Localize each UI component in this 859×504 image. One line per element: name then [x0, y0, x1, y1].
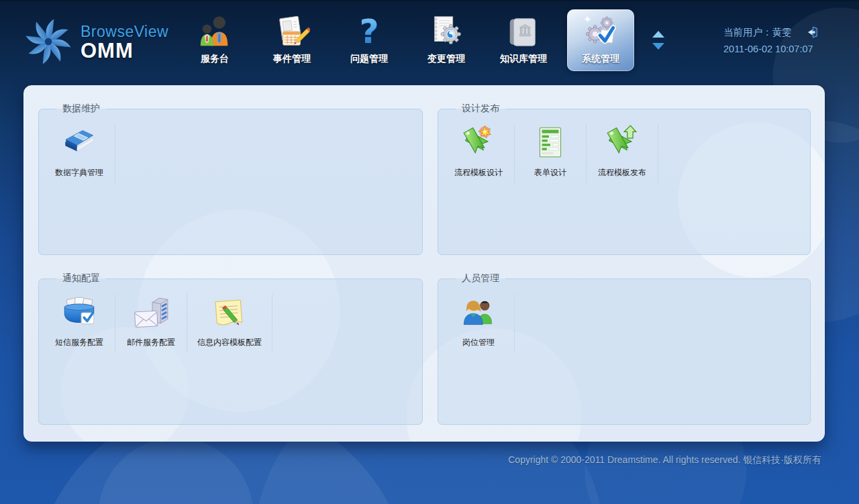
shortcut-process-template-design[interactable]: 流程模板设计: [448, 123, 509, 179]
panel-title: 人员管理: [456, 272, 505, 285]
process-template-design-icon: [459, 123, 498, 162]
problem-management-icon: ? ?: [350, 13, 388, 51]
shortcut-label: 信息内容模板配置: [197, 337, 262, 348]
application-window: BrowseView OMM 服务台: [0, 0, 859, 504]
email-service-icon: [132, 293, 170, 332]
user-info: 当前用户：黄雯 2011-06-02 10:07:07: [723, 25, 819, 54]
app-logo: BrowseView OMM: [20, 13, 168, 70]
knowledge-base-icon: [505, 13, 542, 51]
panel-design-publish: 设计发布: [438, 103, 811, 255]
shortcut-data-dictionary[interactable]: 数据字典管理: [48, 123, 110, 179]
item-divider: [187, 294, 187, 353]
logout-icon[interactable]: [804, 25, 819, 40]
item-divider: [115, 294, 115, 353]
nav-scroller: [652, 31, 664, 50]
process-template-publish-icon: [603, 123, 642, 162]
item-divider: [514, 294, 515, 353]
system-management-icon: [582, 13, 619, 51]
pinwheel-logo-icon: [20, 13, 77, 70]
nav-item-incident-management[interactable]: 事件管理: [258, 9, 325, 71]
panel-data-maintenance: 数据维护 数据字典管理: [38, 103, 423, 255]
shortcut-position-management[interactable]: 岗位管理: [448, 293, 509, 348]
change-management-icon: [427, 13, 465, 51]
nav-item-knowledge-base[interactable]: 知识库管理: [490, 9, 557, 71]
nav-label: 服务台: [201, 53, 229, 65]
nav-scroll-up-icon[interactable]: [652, 31, 664, 38]
shortcut-label: 邮件服务配置: [127, 337, 175, 348]
main-nav: 服务台: [181, 9, 634, 71]
brand-product: OMM: [81, 41, 168, 61]
message-template-icon: [210, 293, 249, 332]
position-management-icon: [459, 293, 498, 332]
item-divider: [272, 294, 272, 353]
nav-item-change-management[interactable]: 变更管理: [413, 9, 480, 71]
shortcut-form-design[interactable]: 表单设计: [519, 123, 581, 179]
svg-text:?: ?: [359, 14, 378, 50]
item-divider: [658, 124, 658, 183]
panel-personnel-management: 人员管理 岗位管理: [438, 272, 811, 425]
shortcut-label: 短信服务配置: [55, 337, 103, 348]
current-user-label: 当前用户：黄雯: [723, 26, 792, 39]
shortcut-label: 表单设计: [534, 167, 566, 179]
panel-title: 设计发布: [456, 103, 505, 115]
nav-scroll-down-icon[interactable]: [652, 43, 664, 50]
current-datetime: 2011-06-02 10:07:07: [723, 44, 819, 54]
nav-label: 知识库管理: [500, 53, 547, 65]
shortcut-message-template-config[interactable]: 信息内容模板配置: [192, 293, 267, 348]
data-dictionary-icon: [60, 123, 99, 162]
shortcut-sms-service-config[interactable]: 短信服务配置: [48, 293, 110, 348]
shortcut-email-service-config[interactable]: 邮件服务配置: [120, 293, 182, 348]
nav-item-problem-management[interactable]: ? ? 问题管理: [336, 9, 403, 71]
panel-title: 通知配置: [56, 272, 106, 285]
shortcut-label: 数据字典管理: [55, 167, 103, 179]
nav-label: 事件管理: [273, 53, 311, 65]
nav-label: 系统管理: [582, 53, 619, 65]
item-divider: [115, 124, 115, 183]
service-desk-icon: [196, 13, 234, 51]
shortcut-process-template-publish[interactable]: 流程模板发布: [591, 123, 653, 179]
item-divider: [514, 124, 515, 183]
incident-management-icon: [273, 13, 311, 51]
nav-item-service-desk[interactable]: 服务台: [181, 9, 248, 71]
panel-notification-config: 通知配置: [38, 272, 423, 425]
item-divider: [586, 124, 587, 183]
form-design-icon: [531, 123, 570, 162]
nav-item-system-management[interactable]: 系统管理: [567, 9, 634, 71]
shortcut-label: 岗位管理: [462, 337, 495, 348]
main-content: 数据维护 数据字典管理 设计发布: [23, 85, 825, 442]
footer-copyright: Copyright © 2000-2011 Dreamstime. All ri…: [508, 454, 821, 466]
brand-name: BrowseView: [81, 23, 168, 41]
shortcut-label: 流程模板设计: [454, 167, 503, 179]
nav-label: 问题管理: [350, 53, 388, 65]
nav-label: 变更管理: [427, 53, 465, 65]
sms-service-icon: [60, 293, 99, 332]
brand-text: BrowseView OMM: [81, 23, 168, 61]
shortcut-label: 流程模板发布: [598, 167, 646, 179]
panel-title: 数据维护: [56, 103, 106, 115]
